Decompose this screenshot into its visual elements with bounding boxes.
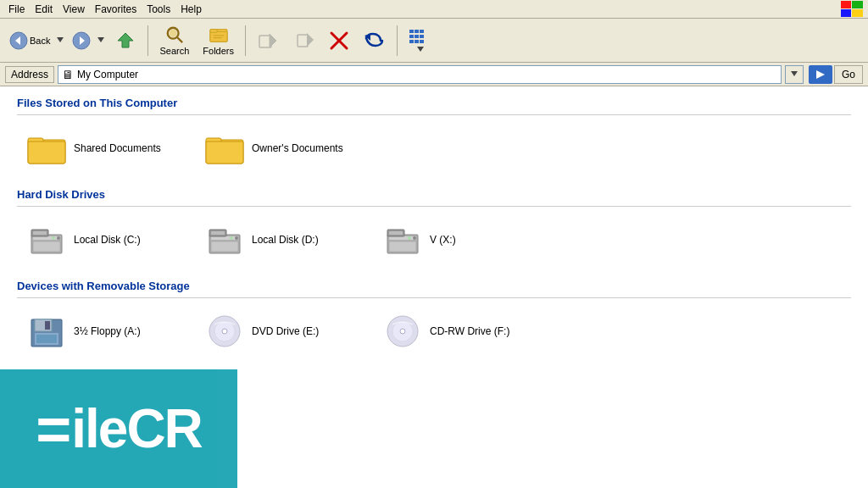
svg-rect-21	[298, 35, 308, 47]
menu-edit[interactable]: Edit	[30, 2, 58, 17]
windows-logo	[841, 1, 865, 18]
svg-point-75	[400, 329, 405, 334]
section-title-files: Files Stored on This Computer	[17, 97, 851, 115]
copy-to-button[interactable]	[287, 22, 320, 59]
svg-rect-29	[409, 35, 414, 38]
svg-point-46	[57, 236, 60, 240]
menu-bar: File Edit View Favorites Tools Help	[0, 0, 868, 19]
removable-section-items: 3½ Floppy (A:) DVD Drive (E:)	[17, 308, 851, 354]
toolbar-separator-1	[147, 25, 148, 56]
svg-rect-33	[415, 40, 419, 43]
svg-rect-27	[415, 30, 419, 33]
svg-marker-9	[97, 37, 104, 42]
section-title-hdd: Hard Disk Drives	[17, 188, 851, 207]
nav-forward-group	[68, 22, 107, 59]
back-dropdown[interactable]	[54, 22, 66, 59]
folders-button[interactable]: Folders	[197, 22, 240, 59]
local-disk-d-item[interactable]: Local Disk (D:)	[195, 217, 364, 263]
svg-rect-31	[420, 35, 424, 38]
local-disk-x-label: V (X:)	[430, 234, 456, 246]
local-disk-c-label: Local Disk (C:)	[74, 234, 141, 246]
dvd-e-item[interactable]: DVD Drive (E:)	[195, 308, 364, 354]
folder-icon-shared	[26, 131, 67, 165]
svg-rect-0	[841, 1, 851, 8]
svg-point-53	[235, 236, 238, 240]
disk-icon-d	[204, 223, 245, 257]
delete-button[interactable]	[322, 22, 356, 59]
local-disk-c-item[interactable]: Local Disk (C:)	[17, 217, 186, 263]
svg-marker-35	[417, 47, 424, 52]
cdrw-f-label: CD-RW Drive (F:)	[430, 325, 509, 337]
move-to-button[interactable]	[251, 22, 285, 59]
section-title-removable: Devices with Removable Storage	[17, 280, 851, 298]
svg-marker-6	[57, 37, 64, 42]
shared-documents-item[interactable]: Shared Documents	[17, 125, 186, 171]
svg-point-60	[413, 236, 416, 240]
menu-favorites[interactable]: Favorites	[90, 2, 142, 17]
disk-icon-c	[26, 223, 67, 257]
files-section-items: Shared Documents Owner's Documents	[17, 125, 851, 171]
svg-point-47	[52, 236, 55, 240]
local-disk-d-label: Local Disk (D:)	[252, 234, 319, 246]
svg-rect-30	[415, 35, 419, 38]
cdrw-f-item[interactable]: CD-RW Drive (F:)	[373, 308, 542, 354]
go-button[interactable]: Go	[834, 65, 863, 84]
svg-rect-40	[28, 141, 65, 164]
address-label: Address	[5, 66, 54, 83]
dvd-e-label: DVD Drive (E:)	[252, 325, 319, 337]
svg-point-13	[169, 29, 176, 36]
svg-rect-28	[420, 30, 424, 33]
views-button[interactable]	[403, 22, 438, 59]
forward-button[interactable]	[68, 22, 95, 59]
disk-icon-x	[382, 223, 423, 257]
svg-rect-26	[409, 30, 414, 33]
svg-marker-36	[791, 71, 798, 76]
address-bar: Address 🖥 My Computer Go	[0, 63, 868, 86]
back-button[interactable]: Back	[5, 22, 54, 59]
floppy-a-label: 3½ Floppy (A:)	[74, 325, 141, 337]
menu-help[interactable]: Help	[175, 2, 207, 17]
menu-tools[interactable]: Tools	[142, 2, 175, 17]
svg-rect-32	[409, 40, 414, 43]
undo-button[interactable]	[358, 22, 392, 59]
svg-rect-15	[210, 31, 227, 42]
menu-view[interactable]: View	[58, 2, 90, 17]
svg-point-61	[408, 236, 411, 240]
svg-rect-16	[210, 29, 217, 32]
cd-icon-e	[204, 314, 245, 348]
svg-rect-45	[33, 236, 60, 240]
cd-icon-f	[382, 314, 423, 348]
nav-back-group: Back	[5, 22, 66, 59]
local-disk-x-item[interactable]: V (X:)	[373, 217, 542, 263]
owners-documents-item[interactable]: Owner's Documents	[195, 125, 364, 171]
svg-rect-48	[33, 241, 60, 252]
watermark: = ileCR	[0, 369, 237, 488]
toolbar: Back Search	[0, 19, 868, 63]
address-dropdown[interactable]	[785, 65, 804, 84]
svg-point-72	[222, 329, 227, 334]
svg-rect-1	[852, 1, 863, 8]
svg-rect-55	[211, 241, 238, 252]
svg-rect-68	[36, 335, 57, 343]
folders-label: Folders	[203, 46, 234, 56]
svg-rect-34	[420, 40, 424, 43]
hdd-section-items: Local Disk (C:) Local Disk (D:)	[17, 217, 851, 263]
svg-rect-43	[206, 141, 243, 164]
back-label: Back	[30, 36, 50, 46]
svg-point-54	[230, 236, 233, 240]
floppy-icon-a	[26, 314, 67, 348]
go-arrow-button[interactable]	[809, 65, 832, 84]
svg-rect-3	[852, 9, 863, 17]
toolbar-separator-2	[245, 25, 246, 56]
address-input[interactable]: 🖥 My Computer	[58, 65, 782, 84]
folder-icon-owner	[204, 131, 245, 165]
search-button[interactable]: Search	[153, 22, 195, 59]
address-computer-icon: 🖥	[62, 68, 74, 81]
watermark-text: = ileCR	[36, 394, 202, 463]
forward-dropdown[interactable]	[95, 22, 107, 59]
menu-file[interactable]: File	[3, 2, 30, 17]
svg-rect-50	[33, 231, 47, 235]
up-button[interactable]	[108, 22, 142, 59]
floppy-a-item[interactable]: 3½ Floppy (A:)	[17, 308, 186, 354]
svg-rect-57	[211, 231, 225, 235]
